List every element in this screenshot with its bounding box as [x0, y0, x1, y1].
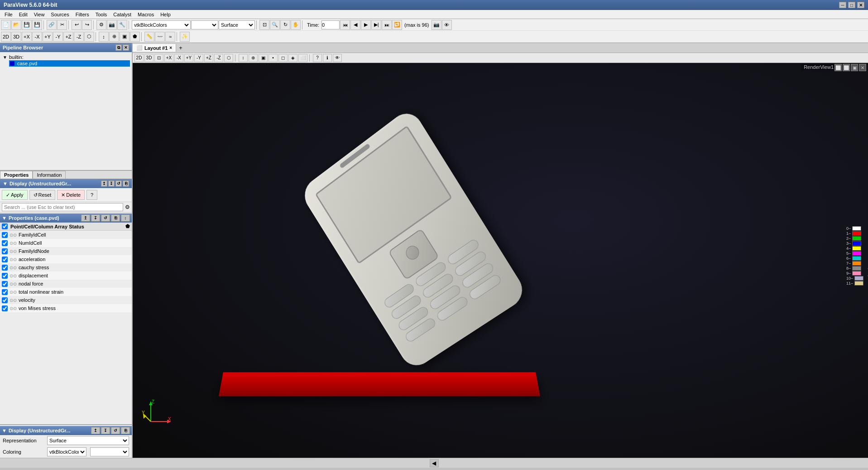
connect-button[interactable]: 🔗 [47, 20, 57, 30]
disp-refresh-btn[interactable]: ↺ [111, 427, 120, 434]
view-btn-minus-y[interactable]: -Y [194, 54, 203, 62]
select-point-btn[interactable]: ⊕ [109, 32, 119, 42]
cb-velocity[interactable] [2, 297, 8, 303]
view-btn-plus-z[interactable]: +Z [204, 54, 213, 62]
gear-icon[interactable]: ⚙ [125, 204, 130, 210]
view-btn-reset[interactable]: ⊡ [154, 54, 163, 62]
view-btn-pick[interactable]: ⊕ [249, 54, 258, 62]
play-btn[interactable]: ▶ [361, 20, 371, 30]
menu-view[interactable]: View [31, 11, 48, 18]
open-button[interactable]: 📂 [11, 20, 21, 30]
view-btn-minus-x[interactable]: -X [174, 54, 183, 62]
render-view[interactable]: Z Y X 0– 1– [133, 63, 868, 458]
cb-acceleration[interactable] [2, 257, 8, 262]
pipeline-float-btn[interactable]: ⧉ [115, 44, 122, 51]
layout-tab-1[interactable]: ⬜ Layout #1 × [133, 44, 176, 52]
disp-save-btn[interactable]: ↧ [101, 427, 110, 434]
pipeline-combo[interactable]: vtkBlockColors [132, 20, 191, 29]
interact-btn[interactable]: ↕ [99, 32, 109, 42]
reset-button[interactable]: ↺ Reset [29, 190, 56, 200]
redo-button[interactable]: ↪ [82, 20, 92, 30]
menu-macros[interactable]: Macros [135, 11, 157, 18]
plus-y-btn[interactable]: +Y [43, 32, 53, 42]
view-btn-interact[interactable]: ↕ [239, 54, 248, 62]
delete-button[interactable]: ✕ Delete [57, 190, 85, 200]
plus-x-btn[interactable]: +X [22, 32, 32, 42]
add-layout-tab-button[interactable]: + [176, 44, 185, 52]
menu-tools[interactable]: Tools [93, 11, 110, 18]
tab-properties[interactable]: Properties [0, 171, 33, 179]
cb-displacement[interactable] [2, 273, 8, 279]
prop-sec-scroll-btn[interactable]: ↕ [121, 214, 130, 222]
minus-x-btn[interactable]: -X [32, 32, 42, 42]
view-btn-info[interactable]: ℹ [323, 54, 332, 62]
3d-btn[interactable]: 3D [11, 32, 21, 42]
search-input[interactable] [2, 203, 123, 211]
filter-button[interactable]: ⚙ [96, 20, 106, 30]
wand-btn[interactable]: ✨ [180, 32, 190, 42]
view-btn-1[interactable]: 2D [134, 54, 144, 62]
props-restore-btn[interactable]: ⎘ [123, 180, 129, 187]
prop-sec-restore-btn[interactable]: ⎘ [111, 214, 120, 222]
menu-catalyst[interactable]: Catalyst [110, 11, 134, 18]
disp-load-btn[interactable]: ↥ [91, 427, 100, 434]
new-button[interactable]: 📄 [1, 20, 11, 30]
streamline-btn[interactable]: ≈ [165, 32, 175, 42]
save-state-button[interactable]: 💾 [32, 20, 42, 30]
cb-von-mises-stress[interactable] [2, 305, 8, 311]
pan-button[interactable]: ✋ [291, 20, 301, 30]
view-btn-plus-x[interactable]: +X [164, 54, 173, 62]
prev-frame-btn[interactable]: ◀ [350, 20, 360, 30]
view-btn-iso[interactable]: ⬡ [224, 54, 233, 62]
view-btn-surface-select[interactable]: ◻ [278, 54, 288, 62]
contour-btn[interactable]: 〰 [155, 32, 165, 42]
view-btn-minus-z[interactable]: -Z [214, 54, 223, 62]
pipeline-item-builtin[interactable]: ▼ builtin: [2, 54, 130, 60]
time-input[interactable] [321, 20, 340, 29]
array-list-control[interactable]: ⬟ [125, 223, 130, 229]
view-btn-select-block[interactable]: ⬜ [298, 54, 307, 62]
view-btn-plus-y[interactable]: +Y [184, 54, 193, 62]
menu-filters[interactable]: Filters [73, 11, 92, 18]
scroll-left-btn[interactable]: ◀ [430, 459, 439, 467]
2d-btn[interactable]: 2D [1, 32, 11, 42]
view-btn-frustum-select[interactable]: ◈ [288, 54, 297, 62]
prop-sec-refresh-btn[interactable]: ↺ [101, 214, 110, 222]
plus-z-btn[interactable]: +Z [63, 32, 73, 42]
view-btn-select-point[interactable]: • [269, 54, 278, 62]
pipeline-item-case[interactable]: case.pvd [9, 60, 130, 67]
close-view-btn[interactable]: ✕ [859, 64, 866, 71]
cb-total-nonlinear-strain[interactable] [2, 289, 8, 295]
minimize-button[interactable]: ─ [839, 2, 846, 8]
iso-btn[interactable]: ⬡ [84, 32, 94, 42]
screenshot-button[interactable]: 📷 [107, 20, 117, 30]
props-refresh-btn[interactable]: ↺ [115, 180, 122, 187]
repr-combo[interactable]: Surface [219, 20, 255, 29]
split-v-btn[interactable]: ⬜ [843, 64, 850, 71]
view-btn-eye[interactable]: 👁 [333, 54, 342, 62]
camera-btn[interactable]: 📷 [432, 20, 441, 30]
representation-select[interactable]: Surface [47, 436, 129, 445]
apply-button[interactable]: ✓ Apply [2, 190, 28, 200]
first-frame-btn[interactable]: ⏮ [340, 20, 350, 30]
save-button[interactable]: 💾 [22, 20, 32, 30]
minus-z-btn[interactable]: -Z [74, 32, 84, 42]
menu-edit[interactable]: Edit [16, 11, 30, 18]
loop-btn[interactable]: 🔁 [392, 20, 402, 30]
array-combo[interactable] [191, 20, 218, 29]
cb-familyidnode[interactable] [2, 248, 8, 254]
reset-camera-button[interactable]: ⊡ [259, 20, 269, 30]
rotate-button[interactable]: ↻ [280, 20, 290, 30]
layout-tab-close[interactable]: × [169, 45, 172, 50]
view-btn-help[interactable]: ? [313, 54, 322, 62]
select-polygon-btn[interactable]: ⬟ [130, 32, 140, 42]
cb-cauchy-stress[interactable] [2, 265, 8, 271]
settings-button[interactable]: 🔧 [117, 20, 127, 30]
maximize-button[interactable]: □ [848, 2, 855, 8]
maximize-view-btn[interactable]: ▣ [851, 64, 858, 71]
eye-btn[interactable]: 👁 [442, 20, 452, 30]
measure-btn[interactable]: 📏 [144, 32, 154, 42]
zoom-in-button[interactable]: 🔍 [270, 20, 280, 30]
coloring-array-select[interactable]: vtkBlockColors [47, 447, 86, 456]
props-load-btn[interactable]: ↥ [101, 180, 107, 187]
